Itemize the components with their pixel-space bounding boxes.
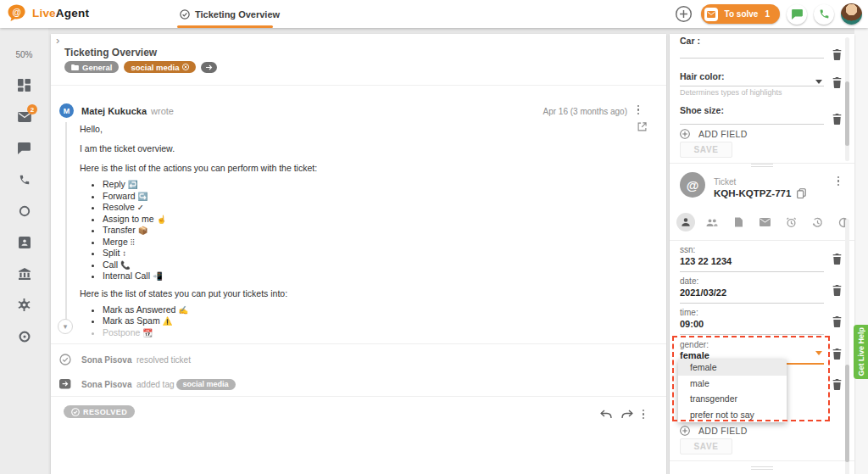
to-solve-button[interactable]: To solve 1 bbox=[701, 4, 780, 24]
states-list: Mark as Answered ✍️ Mark as Spam ⚠️ Post… bbox=[80, 304, 614, 339]
collapse-breadcrumb-chevron[interactable]: › bbox=[56, 34, 59, 47]
sidebar-item-settings[interactable] bbox=[17, 298, 31, 312]
tab-history[interactable] bbox=[808, 213, 826, 231]
field-value-time[interactable]: 09:00 bbox=[680, 319, 704, 329]
page-title: Ticketing Overview bbox=[64, 47, 157, 59]
tab-group[interactable] bbox=[703, 213, 721, 231]
left-navigation-rail: 50% 2 bbox=[0, 28, 48, 474]
field-label-hair-color: Hair color: bbox=[680, 71, 725, 81]
add-tag-button[interactable] bbox=[201, 62, 217, 73]
dropdown-option-female[interactable]: female bbox=[678, 360, 787, 376]
user-avatar[interactable] bbox=[841, 3, 862, 25]
add-field-button[interactable]: ADD FIELD bbox=[680, 426, 748, 436]
tag-icon bbox=[59, 379, 71, 389]
postpone-emoji: 📆 bbox=[142, 328, 153, 337]
delete-field-button[interactable] bbox=[832, 316, 842, 327]
delete-field-button[interactable] bbox=[832, 379, 842, 390]
calls-button[interactable] bbox=[814, 4, 834, 25]
sidebar-item-dashboard[interactable] bbox=[17, 78, 31, 92]
tag-label: social media bbox=[131, 63, 179, 72]
chats-button[interactable] bbox=[787, 4, 807, 25]
delete-field-button[interactable] bbox=[832, 49, 842, 60]
delete-field-button[interactable] bbox=[832, 254, 842, 265]
sidebar-item-support[interactable] bbox=[17, 329, 31, 343]
ticket-avatar: @ bbox=[680, 172, 705, 198]
tag-pill-social-media[interactable]: social media bbox=[124, 61, 196, 73]
window-edge bbox=[854, 28, 868, 474]
delete-field-button[interactable] bbox=[832, 77, 842, 88]
sidebar-item-social[interactable] bbox=[17, 204, 31, 218]
to-solve-label: To solve bbox=[725, 9, 759, 19]
dropdown-option-prefer-not-to-say[interactable]: prefer not to say bbox=[678, 407, 787, 423]
open-in-new-icon[interactable] bbox=[637, 122, 647, 131]
forward-emoji: ↪️ bbox=[137, 192, 147, 201]
author-name: Matej Kukucka bbox=[81, 106, 147, 116]
list-item: Merge ⁞⁞ bbox=[103, 237, 614, 248]
tab-contact[interactable] bbox=[676, 213, 695, 231]
department-pill[interactable]: General bbox=[64, 61, 119, 73]
list-item: Call 📞 bbox=[103, 259, 614, 271]
panel-scrollbar[interactable] bbox=[845, 37, 849, 161]
tab-contrast[interactable] bbox=[834, 213, 853, 231]
activity-action: resolved ticket bbox=[136, 355, 191, 365]
copy-icon[interactable] bbox=[797, 188, 806, 198]
field-value-ssn[interactable]: 123 22 1234 bbox=[680, 256, 732, 266]
resize-handle[interactable] bbox=[751, 464, 773, 470]
sidebar-item-customer-portal[interactable] bbox=[17, 266, 31, 281]
add-button[interactable] bbox=[675, 5, 693, 23]
tab-label: Ticketing Overview bbox=[195, 9, 280, 20]
message-author-line: Matej Kukuckawrote bbox=[81, 106, 174, 116]
save-button[interactable]: SAVE bbox=[680, 142, 732, 158]
ticket-menu-button[interactable] bbox=[837, 176, 839, 186]
reply-emoji: ↩️ bbox=[128, 180, 138, 189]
resize-handle[interactable] bbox=[751, 161, 773, 167]
add-field-button[interactable]: ADD FIELD bbox=[680, 129, 748, 139]
field-underline bbox=[680, 303, 824, 304]
delete-field-button[interactable] bbox=[832, 349, 842, 360]
transfer-emoji: 📦 bbox=[138, 226, 148, 235]
tab-ticketing-overview[interactable]: Ticketing Overview bbox=[180, 0, 280, 28]
top-bar: @ LiveAgent Ticketing Overview To solve … bbox=[0, 0, 868, 28]
target-circle-icon bbox=[19, 331, 31, 343]
sidebar-item-contacts[interactable] bbox=[17, 235, 31, 249]
more-options-button[interactable] bbox=[643, 410, 644, 419]
tab-mail[interactable] bbox=[755, 213, 774, 231]
list-item: Assign to me ☝️ bbox=[103, 214, 614, 226]
field-label-date: date: bbox=[680, 276, 698, 286]
dropdown-caret-icon[interactable] bbox=[815, 80, 822, 84]
department-label: General bbox=[82, 63, 112, 72]
sidebar-item-chats[interactable] bbox=[17, 141, 31, 155]
dropdown-option-transgender[interactable]: transgender bbox=[678, 391, 787, 407]
plus-circle-icon bbox=[680, 426, 690, 436]
get-live-help-ribbon[interactable]: Get Live Help bbox=[854, 325, 868, 379]
spam-emoji: ⚠️ bbox=[163, 316, 173, 326]
list-item: Transfer 📦 bbox=[103, 225, 614, 237]
dropdown-caret-icon[interactable] bbox=[815, 351, 822, 355]
forward-icon[interactable] bbox=[621, 410, 633, 419]
tab-files[interactable] bbox=[729, 213, 748, 231]
remove-tag-icon[interactable] bbox=[182, 64, 189, 70]
field-label-time: time: bbox=[680, 308, 698, 317]
chat-bubble-icon bbox=[18, 142, 31, 154]
sidebar-item-tickets[interactable]: 2 bbox=[17, 109, 31, 124]
sidebar-item-calls[interactable] bbox=[17, 172, 31, 187]
actions-list: Reply ↩️ Forward ↪️ Resolve ✓ Assign to … bbox=[80, 179, 614, 282]
folder-icon bbox=[71, 64, 79, 70]
tab-reminders[interactable] bbox=[782, 213, 800, 231]
dropdown-option-male[interactable]: male bbox=[678, 376, 787, 392]
check-circle-icon bbox=[180, 9, 190, 20]
resolve-emoji: ✓ bbox=[137, 203, 144, 212]
details-side-panel: Car : Hair color: Determines types of hi… bbox=[670, 34, 854, 474]
collapse-message-button[interactable]: ▾ bbox=[58, 319, 73, 334]
field-value-date[interactable]: 2021/03/22 bbox=[680, 287, 726, 298]
delete-field-button[interactable] bbox=[832, 114, 842, 125]
message-menu-button[interactable] bbox=[637, 105, 639, 114]
brand-logo[interactable]: @ LiveAgent bbox=[8, 4, 89, 22]
reply-icon[interactable] bbox=[600, 410, 612, 419]
author-action: wrote bbox=[151, 106, 174, 116]
delete-field-button[interactable] bbox=[832, 285, 842, 296]
phone-icon bbox=[19, 174, 31, 186]
ticket-info-tabs bbox=[676, 213, 853, 231]
save-button[interactable]: SAVE bbox=[680, 438, 732, 454]
panel-scrollbar[interactable] bbox=[845, 219, 849, 474]
